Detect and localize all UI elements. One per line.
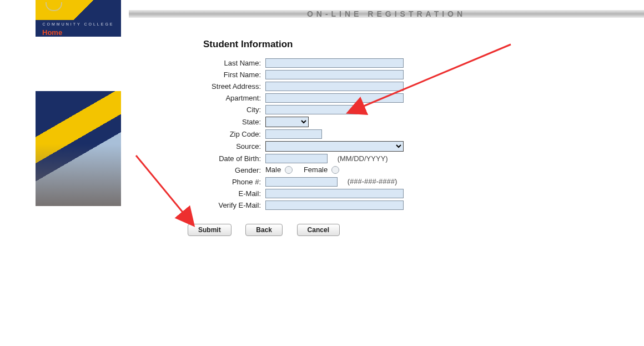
last-name-input[interactable] [265,58,404,68]
form-table: Last Name: First Name: Street Address: A… [175,57,406,212]
label-gender: Gender: [177,165,263,175]
label-last-name: Last Name: [177,58,263,68]
form-title: Student Information [203,39,475,50]
phone-input[interactable] [265,177,338,187]
label-verify-email: Verify E-Mail: [177,200,263,210]
college-logo: COMMUNITY COLLEGE Home [36,0,121,37]
home-link-label: Home [42,28,62,37]
gender-female-radio[interactable] [331,166,339,174]
zip-input[interactable] [265,129,322,139]
dob-hint: (MM/DD/YYYY) [338,154,388,163]
back-button[interactable]: Back [245,224,283,236]
student-info-form: Student Information Last Name: First Nam… [175,39,475,236]
page-header-bar: ON-LINE REGISTRATION [129,10,644,18]
city-input[interactable] [265,105,358,114]
gender-male-label: Male [265,166,281,174]
label-email: E-Mail: [177,188,263,199]
state-select[interactable] [265,117,309,127]
label-first-name: First Name: [177,69,263,80]
source-select[interactable] [265,141,404,152]
street-input[interactable] [265,82,404,91]
label-street: Street Address: [177,81,263,92]
apartment-input[interactable] [265,93,404,103]
label-zip: Zip Code: [177,129,263,139]
logo-graphic [36,0,121,20]
first-name-input[interactable] [265,70,404,79]
students-photo [36,91,121,206]
phone-hint: (###-###-####) [348,177,398,185]
gender-male-radio[interactable] [285,166,293,174]
gender-female-label: Female [304,166,328,174]
label-apartment: Apartment: [177,93,263,103]
label-city: City: [177,104,263,115]
label-dob: Date of Birth: [177,153,263,164]
email-input[interactable] [265,189,404,198]
cancel-button[interactable]: Cancel [297,224,340,236]
home-link[interactable]: Home [36,28,121,37]
page-header-title: ON-LINE REGISTRATION [307,9,466,18]
logo-org-line: COMMUNITY COLLEGE [36,20,121,28]
verify-email-input[interactable] [265,200,404,210]
label-state: State: [177,116,263,128]
label-phone: Phone #: [177,177,263,187]
button-row: Submit Back Cancel [188,224,475,236]
dob-input[interactable] [265,154,328,163]
submit-button[interactable]: Submit [188,224,232,236]
label-source: Source: [177,141,263,152]
